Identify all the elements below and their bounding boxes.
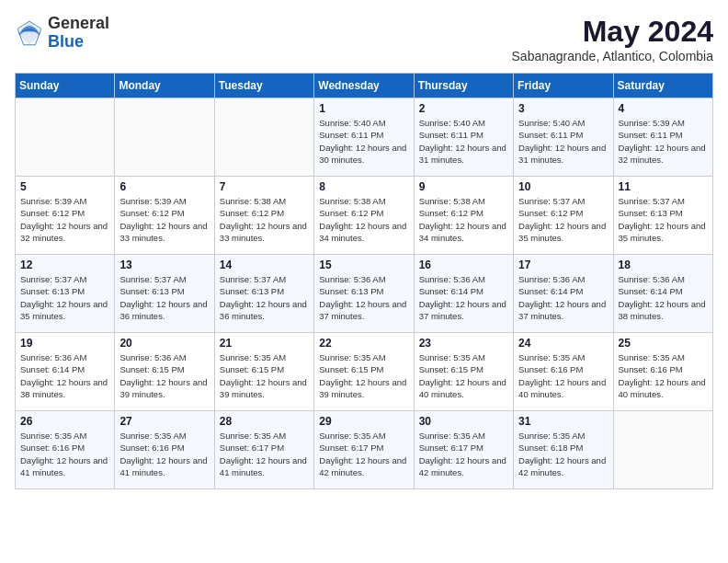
day-info: Sunrise: 5:35 AMSunset: 6:15 PMDaylight:…: [220, 351, 309, 400]
day-cell: [613, 411, 712, 489]
day-number: 10: [518, 180, 608, 193]
day-info: Sunrise: 5:35 AMSunset: 6:17 PMDaylight:…: [319, 430, 408, 478]
day-number: 28: [220, 415, 309, 428]
day-number: 7: [220, 180, 309, 193]
day-cell: 6Sunrise: 5:39 AMSunset: 6:12 PMDaylight…: [115, 177, 214, 255]
day-number: 31: [518, 415, 608, 428]
day-cell: 11Sunrise: 5:37 AMSunset: 6:13 PMDayligh…: [613, 177, 712, 255]
day-cell: 29Sunrise: 5:35 AMSunset: 6:17 PMDayligh…: [314, 411, 414, 489]
week-row-5: 26Sunrise: 5:35 AMSunset: 6:16 PMDayligh…: [16, 411, 713, 489]
day-info: Sunrise: 5:37 AMSunset: 6:13 PMDaylight:…: [220, 273, 309, 322]
day-number: 6: [119, 180, 209, 193]
day-number: 23: [419, 337, 508, 350]
day-info: Sunrise: 5:36 AMSunset: 6:13 PMDaylight:…: [319, 273, 408, 322]
calendar-table: Sunday Monday Tuesday Wednesday Thursday…: [15, 73, 713, 489]
day-cell: 24Sunrise: 5:35 AMSunset: 6:16 PMDayligh…: [514, 333, 613, 411]
day-number: 20: [119, 337, 209, 350]
calendar-subtitle: Sabanagrande, Atlantico, Colombia: [512, 49, 713, 63]
day-number: 17: [518, 259, 608, 271]
day-cell: 17Sunrise: 5:36 AMSunset: 6:14 PMDayligh…: [514, 255, 613, 333]
col-friday: Friday: [514, 74, 613, 98]
day-number: 12: [20, 259, 109, 271]
day-info: Sunrise: 5:35 AMSunset: 6:16 PMDaylight:…: [20, 430, 109, 478]
day-cell: 22Sunrise: 5:35 AMSunset: 6:15 PMDayligh…: [314, 333, 414, 411]
page-header: General Blue May 2024 Sabanagrande, Atla…: [15, 15, 713, 63]
day-info: Sunrise: 5:35 AMSunset: 6:17 PMDaylight:…: [419, 430, 508, 478]
day-info: Sunrise: 5:40 AMSunset: 6:11 PMDaylight:…: [419, 117, 508, 166]
day-info: Sunrise: 5:39 AMSunset: 6:12 PMDaylight:…: [119, 195, 209, 244]
day-number: 9: [419, 180, 508, 193]
day-info: Sunrise: 5:39 AMSunset: 6:11 PMDaylight:…: [619, 117, 708, 166]
day-info: Sunrise: 5:36 AMSunset: 6:14 PMDaylight:…: [619, 273, 708, 322]
day-info: Sunrise: 5:35 AMSunset: 6:15 PMDaylight:…: [319, 351, 408, 400]
day-cell: 10Sunrise: 5:37 AMSunset: 6:12 PMDayligh…: [514, 177, 613, 255]
col-sunday: Sunday: [16, 74, 115, 98]
day-number: 29: [319, 415, 408, 428]
col-wednesday: Wednesday: [314, 74, 414, 98]
calendar-header: Sunday Monday Tuesday Wednesday Thursday…: [16, 74, 713, 98]
day-number: 2: [419, 102, 508, 115]
week-row-1: 1Sunrise: 5:40 AMSunset: 6:11 PMDaylight…: [16, 98, 713, 177]
calendar-title: May 2024: [512, 15, 713, 49]
day-number: 26: [20, 415, 109, 428]
header-row: Sunday Monday Tuesday Wednesday Thursday…: [16, 74, 713, 98]
day-number: 18: [619, 259, 708, 271]
week-row-2: 5Sunrise: 5:39 AMSunset: 6:12 PMDaylight…: [16, 177, 713, 255]
day-info: Sunrise: 5:38 AMSunset: 6:12 PMDaylight:…: [220, 195, 309, 244]
day-cell: 27Sunrise: 5:35 AMSunset: 6:16 PMDayligh…: [115, 411, 214, 489]
day-info: Sunrise: 5:36 AMSunset: 6:14 PMDaylight:…: [20, 351, 109, 400]
logo-blue: Blue: [48, 32, 84, 51]
logo-icon: [15, 18, 44, 48]
day-cell: 25Sunrise: 5:35 AMSunset: 6:16 PMDayligh…: [613, 333, 712, 411]
day-number: 21: [220, 337, 309, 350]
day-cell: 15Sunrise: 5:36 AMSunset: 6:13 PMDayligh…: [314, 255, 414, 333]
day-cell: 23Sunrise: 5:35 AMSunset: 6:15 PMDayligh…: [414, 333, 513, 411]
day-info: Sunrise: 5:40 AMSunset: 6:11 PMDaylight:…: [518, 117, 608, 166]
logo-text: General Blue: [48, 15, 109, 52]
day-info: Sunrise: 5:37 AMSunset: 6:12 PMDaylight:…: [518, 195, 608, 244]
title-block: May 2024 Sabanagrande, Atlantico, Colomb…: [512, 15, 713, 63]
day-cell: 13Sunrise: 5:37 AMSunset: 6:13 PMDayligh…: [115, 255, 214, 333]
day-info: Sunrise: 5:36 AMSunset: 6:14 PMDaylight:…: [518, 273, 608, 322]
day-cell: 18Sunrise: 5:36 AMSunset: 6:14 PMDayligh…: [613, 255, 712, 333]
day-cell: 19Sunrise: 5:36 AMSunset: 6:14 PMDayligh…: [16, 333, 115, 411]
day-cell: 21Sunrise: 5:35 AMSunset: 6:15 PMDayligh…: [214, 333, 313, 411]
day-info: Sunrise: 5:39 AMSunset: 6:12 PMDaylight:…: [20, 195, 109, 244]
day-cell: 3Sunrise: 5:40 AMSunset: 6:11 PMDaylight…: [514, 98, 613, 177]
day-info: Sunrise: 5:36 AMSunset: 6:14 PMDaylight:…: [419, 273, 508, 322]
day-cell: 8Sunrise: 5:38 AMSunset: 6:12 PMDaylight…: [314, 177, 414, 255]
day-number: 25: [619, 337, 708, 350]
day-info: Sunrise: 5:37 AMSunset: 6:13 PMDaylight:…: [619, 195, 708, 244]
day-info: Sunrise: 5:35 AMSunset: 6:15 PMDaylight:…: [419, 351, 508, 400]
day-number: 16: [419, 259, 508, 271]
col-thursday: Thursday: [414, 74, 513, 98]
day-number: 27: [119, 415, 209, 428]
day-number: 24: [518, 337, 608, 350]
day-info: Sunrise: 5:35 AMSunset: 6:17 PMDaylight:…: [220, 430, 309, 478]
col-tuesday: Tuesday: [214, 74, 313, 98]
day-number: 8: [319, 180, 408, 193]
day-cell: 16Sunrise: 5:36 AMSunset: 6:14 PMDayligh…: [414, 255, 513, 333]
day-info: Sunrise: 5:35 AMSunset: 6:16 PMDaylight:…: [518, 351, 608, 400]
logo: General Blue: [15, 15, 109, 52]
day-info: Sunrise: 5:38 AMSunset: 6:12 PMDaylight:…: [419, 195, 508, 244]
day-cell: 26Sunrise: 5:35 AMSunset: 6:16 PMDayligh…: [16, 411, 115, 489]
day-number: 5: [20, 180, 109, 193]
day-cell: 7Sunrise: 5:38 AMSunset: 6:12 PMDaylight…: [214, 177, 313, 255]
day-cell: 5Sunrise: 5:39 AMSunset: 6:12 PMDaylight…: [16, 177, 115, 255]
day-number: 4: [619, 102, 708, 115]
day-number: 19: [20, 337, 109, 350]
day-number: 22: [319, 337, 408, 350]
day-number: 3: [518, 102, 608, 115]
day-cell: 20Sunrise: 5:36 AMSunset: 6:15 PMDayligh…: [115, 333, 214, 411]
logo-general: General: [48, 14, 109, 32]
day-info: Sunrise: 5:37 AMSunset: 6:13 PMDaylight:…: [20, 273, 109, 322]
day-cell: 30Sunrise: 5:35 AMSunset: 6:17 PMDayligh…: [414, 411, 513, 489]
day-cell: 9Sunrise: 5:38 AMSunset: 6:12 PMDaylight…: [414, 177, 513, 255]
day-info: Sunrise: 5:36 AMSunset: 6:15 PMDaylight:…: [119, 351, 209, 400]
day-info: Sunrise: 5:35 AMSunset: 6:16 PMDaylight:…: [119, 430, 209, 478]
col-saturday: Saturday: [613, 74, 712, 98]
day-cell: 14Sunrise: 5:37 AMSunset: 6:13 PMDayligh…: [214, 255, 313, 333]
day-cell: 31Sunrise: 5:35 AMSunset: 6:18 PMDayligh…: [514, 411, 613, 489]
col-monday: Monday: [115, 74, 214, 98]
